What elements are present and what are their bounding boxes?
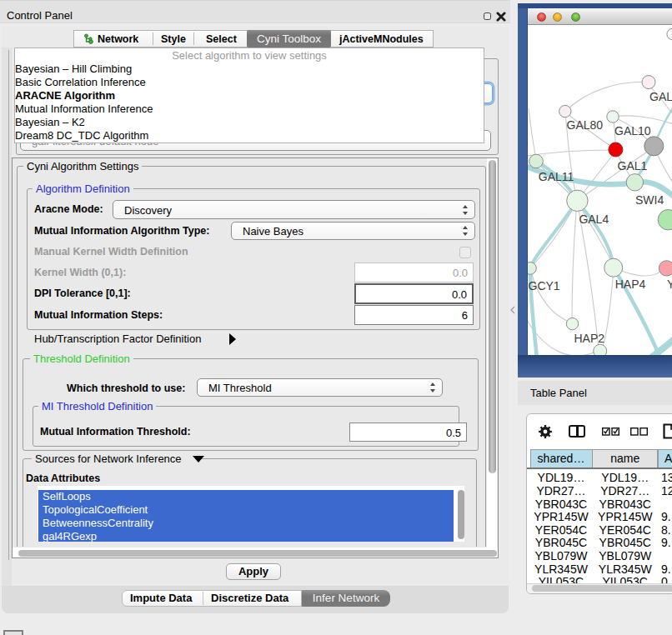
svg-text:Y: Y: [667, 278, 672, 291]
svg-text:GAL1: GAL1: [618, 159, 648, 172]
svg-text:GAL: GAL: [649, 90, 672, 103]
svg-text:GAL4: GAL4: [579, 212, 609, 226]
svg-text:GAL10: GAL10: [614, 124, 651, 138]
svg-text:GAL11: GAL11: [539, 170, 574, 183]
svg-text:GCY1: GCY1: [529, 279, 560, 292]
svg-text:GAL80: GAL80: [567, 118, 604, 132]
svg-text:SWI4: SWI4: [635, 193, 664, 207]
svg-text:HAP4: HAP4: [615, 278, 646, 291]
svg-text:HAP2: HAP2: [574, 332, 605, 345]
